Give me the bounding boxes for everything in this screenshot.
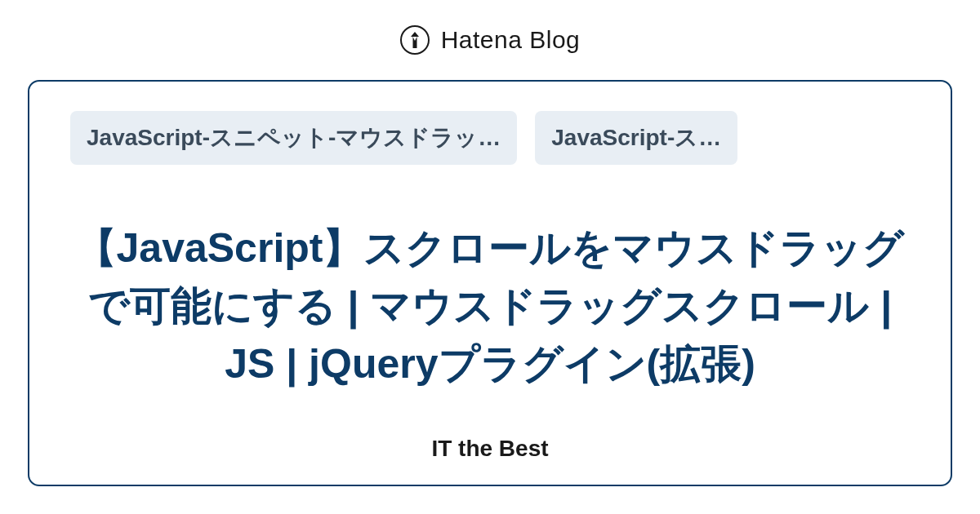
- blog-name: IT the Best: [70, 436, 910, 462]
- tag-item: JavaScript-ス…: [535, 111, 737, 165]
- tag-item: JavaScript-スニペット-マウスドラッ…: [70, 111, 517, 165]
- tag-list: JavaScript-スニペット-マウスドラッ… JavaScript-ス…: [70, 111, 910, 165]
- article-title: 【JavaScript】スクロールをマウスドラッグで可能にする | マウスドラッ…: [70, 189, 910, 423]
- brand-title: Hatena Blog: [441, 26, 581, 54]
- hatena-logo-icon: [400, 25, 430, 55]
- header: Hatena Blog: [0, 0, 980, 80]
- article-card: JavaScript-スニペット-マウスドラッ… JavaScript-ス… 【…: [28, 80, 952, 486]
